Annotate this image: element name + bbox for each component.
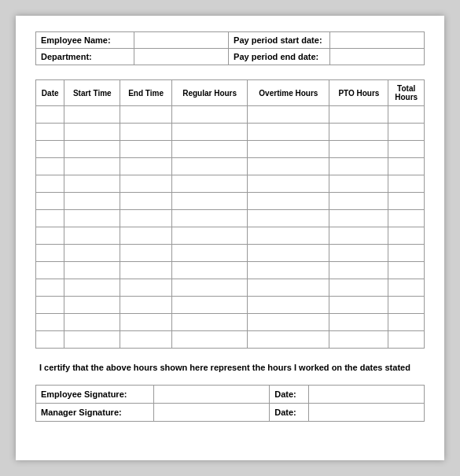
table-cell[interactable]	[171, 175, 247, 193]
table-cell[interactable]	[171, 210, 247, 227]
table-cell[interactable]	[120, 279, 172, 297]
table-cell[interactable]	[36, 210, 64, 227]
employee-signature-value[interactable]	[154, 386, 270, 404]
table-cell[interactable]	[171, 193, 247, 210]
table-cell[interactable]	[329, 141, 388, 158]
table-cell[interactable]	[248, 193, 329, 210]
table-cell[interactable]	[248, 227, 329, 245]
table-cell[interactable]	[120, 227, 172, 245]
table-cell[interactable]	[388, 124, 425, 141]
table-cell[interactable]	[248, 106, 329, 124]
date-value-1[interactable]	[308, 386, 424, 404]
table-cell[interactable]	[120, 210, 172, 227]
table-cell[interactable]	[329, 314, 388, 331]
table-cell[interactable]	[329, 262, 388, 279]
table-cell[interactable]	[329, 124, 388, 141]
table-cell[interactable]	[36, 297, 64, 314]
table-cell[interactable]	[388, 210, 425, 227]
table-cell[interactable]	[248, 297, 329, 314]
table-cell[interactable]	[171, 106, 247, 124]
table-cell[interactable]	[64, 141, 120, 158]
table-cell[interactable]	[36, 124, 64, 141]
table-cell[interactable]	[36, 106, 64, 124]
table-cell[interactable]	[388, 297, 425, 314]
table-cell[interactable]	[64, 245, 120, 262]
table-cell[interactable]	[329, 106, 388, 124]
table-cell[interactable]	[36, 331, 64, 349]
table-cell[interactable]	[388, 158, 425, 175]
table-cell[interactable]	[248, 158, 329, 175]
table-cell[interactable]	[388, 262, 425, 279]
table-cell[interactable]	[36, 158, 64, 175]
table-cell[interactable]	[329, 210, 388, 227]
table-cell[interactable]	[64, 297, 120, 314]
table-cell[interactable]	[388, 279, 425, 297]
table-cell[interactable]	[64, 158, 120, 175]
table-cell[interactable]	[36, 314, 64, 331]
table-cell[interactable]	[388, 175, 425, 193]
table-cell[interactable]	[64, 262, 120, 279]
employee-name-value[interactable]	[134, 32, 229, 49]
table-cell[interactable]	[171, 331, 247, 349]
table-cell[interactable]	[120, 331, 172, 349]
pay-period-end-value[interactable]	[330, 49, 425, 65]
table-cell[interactable]	[36, 175, 64, 193]
table-cell[interactable]	[329, 193, 388, 210]
table-cell[interactable]	[171, 279, 247, 297]
table-cell[interactable]	[329, 175, 388, 193]
table-cell[interactable]	[388, 106, 425, 124]
table-cell[interactable]	[171, 262, 247, 279]
table-cell[interactable]	[248, 175, 329, 193]
table-cell[interactable]	[120, 262, 172, 279]
table-cell[interactable]	[248, 314, 329, 331]
table-cell[interactable]	[248, 124, 329, 141]
table-cell[interactable]	[120, 314, 172, 331]
table-cell[interactable]	[329, 279, 388, 297]
table-cell[interactable]	[120, 245, 172, 262]
table-cell[interactable]	[248, 245, 329, 262]
table-cell[interactable]	[248, 279, 329, 297]
table-cell[interactable]	[329, 158, 388, 175]
manager-signature-value[interactable]	[154, 404, 270, 422]
table-cell[interactable]	[64, 124, 120, 141]
table-cell[interactable]	[388, 141, 425, 158]
table-cell[interactable]	[120, 175, 172, 193]
table-cell[interactable]	[388, 314, 425, 331]
table-cell[interactable]	[64, 227, 120, 245]
table-cell[interactable]	[36, 193, 64, 210]
table-cell[interactable]	[36, 227, 64, 245]
table-cell[interactable]	[120, 141, 172, 158]
table-cell[interactable]	[64, 314, 120, 331]
table-cell[interactable]	[388, 331, 425, 349]
table-cell[interactable]	[329, 245, 388, 262]
table-cell[interactable]	[64, 106, 120, 124]
table-cell[interactable]	[120, 297, 172, 314]
table-cell[interactable]	[120, 193, 172, 210]
table-cell[interactable]	[64, 193, 120, 210]
table-cell[interactable]	[36, 245, 64, 262]
table-cell[interactable]	[64, 279, 120, 297]
department-value[interactable]	[134, 49, 229, 65]
table-cell[interactable]	[171, 124, 247, 141]
table-cell[interactable]	[36, 262, 64, 279]
table-cell[interactable]	[36, 141, 64, 158]
table-cell[interactable]	[248, 262, 329, 279]
table-cell[interactable]	[171, 227, 247, 245]
table-cell[interactable]	[388, 193, 425, 210]
date-value-2[interactable]	[308, 404, 424, 422]
table-cell[interactable]	[248, 210, 329, 227]
table-cell[interactable]	[329, 297, 388, 314]
table-cell[interactable]	[388, 245, 425, 262]
pay-period-start-value[interactable]	[330, 32, 425, 49]
table-cell[interactable]	[388, 227, 425, 245]
table-cell[interactable]	[171, 158, 247, 175]
table-cell[interactable]	[120, 124, 172, 141]
table-cell[interactable]	[171, 245, 247, 262]
table-cell[interactable]	[120, 158, 172, 175]
table-cell[interactable]	[329, 331, 388, 349]
table-cell[interactable]	[64, 175, 120, 193]
table-cell[interactable]	[329, 227, 388, 245]
table-cell[interactable]	[120, 106, 172, 124]
table-cell[interactable]	[64, 210, 120, 227]
table-cell[interactable]	[36, 279, 64, 297]
